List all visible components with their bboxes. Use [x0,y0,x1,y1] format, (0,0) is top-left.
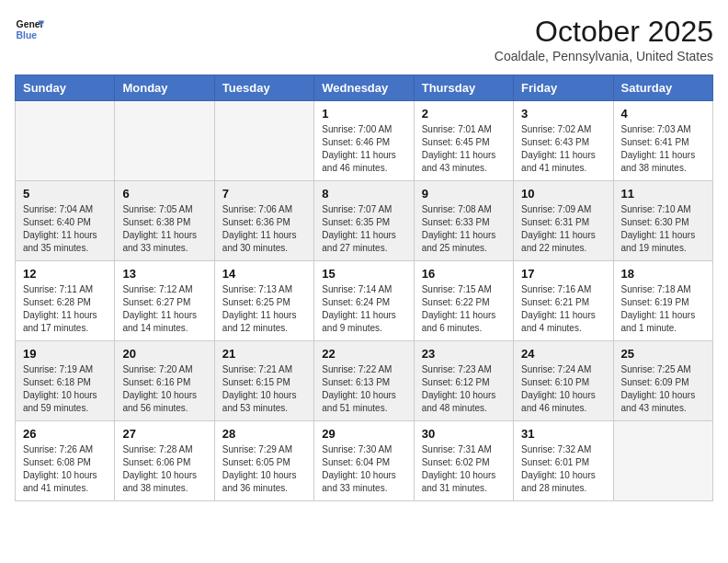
table-row [214,101,313,181]
day-number: 24 [521,347,605,361]
day-number: 19 [23,347,107,361]
day-info: Sunrise: 7:26 AM Sunset: 6:08 PM Dayligh… [23,443,107,495]
page-header: General Blue October 2025 Coaldale, Penn… [15,15,713,63]
day-number: 12 [23,267,107,281]
day-number: 30 [422,427,506,441]
day-number: 7 [222,187,306,201]
day-number: 28 [222,427,306,441]
day-info: Sunrise: 7:08 AM Sunset: 6:33 PM Dayligh… [422,203,506,255]
table-row: 13Sunrise: 7:12 AM Sunset: 6:27 PM Dayli… [115,261,214,341]
day-info: Sunrise: 7:28 AM Sunset: 6:06 PM Dayligh… [122,443,206,495]
table-row: 27Sunrise: 7:28 AM Sunset: 6:06 PM Dayli… [115,421,214,501]
day-info: Sunrise: 7:07 AM Sunset: 6:35 PM Dayligh… [322,203,405,255]
table-row: 1Sunrise: 7:00 AM Sunset: 6:46 PM Daylig… [314,101,414,181]
table-row: 26Sunrise: 7:26 AM Sunset: 6:08 PM Dayli… [16,421,115,501]
day-info: Sunrise: 7:32 AM Sunset: 6:01 PM Dayligh… [521,443,605,495]
table-row: 28Sunrise: 7:29 AM Sunset: 6:05 PM Dayli… [214,421,313,501]
day-number: 1 [322,107,405,121]
day-info: Sunrise: 7:21 AM Sunset: 6:15 PM Dayligh… [222,363,306,415]
col-thursday: Thursday [414,75,513,101]
day-number: 15 [322,267,405,281]
table-row: 23Sunrise: 7:23 AM Sunset: 6:12 PM Dayli… [414,341,513,421]
day-number: 3 [521,107,605,121]
table-row: 20Sunrise: 7:20 AM Sunset: 6:16 PM Dayli… [115,341,214,421]
col-friday: Friday [514,75,613,101]
day-number: 16 [422,267,506,281]
day-info: Sunrise: 7:00 AM Sunset: 6:46 PM Dayligh… [322,123,405,175]
day-number: 11 [621,187,705,201]
day-info: Sunrise: 7:15 AM Sunset: 6:22 PM Dayligh… [422,283,506,335]
day-info: Sunrise: 7:24 AM Sunset: 6:10 PM Dayligh… [521,363,605,415]
table-row: 22Sunrise: 7:22 AM Sunset: 6:13 PM Dayli… [314,341,414,421]
logo-icon: General Blue [15,15,44,44]
title-area: October 2025 Coaldale, Pennsylvania, Uni… [495,15,713,63]
day-number: 23 [422,347,506,361]
table-row: 7Sunrise: 7:06 AM Sunset: 6:36 PM Daylig… [214,181,313,261]
day-number: 29 [322,427,405,441]
day-number: 6 [122,187,206,201]
day-number: 18 [621,267,705,281]
table-row: 11Sunrise: 7:10 AM Sunset: 6:30 PM Dayli… [613,181,712,261]
day-info: Sunrise: 7:09 AM Sunset: 6:31 PM Dayligh… [521,203,605,255]
table-row: 24Sunrise: 7:24 AM Sunset: 6:10 PM Dayli… [514,341,613,421]
day-info: Sunrise: 7:12 AM Sunset: 6:27 PM Dayligh… [122,283,206,335]
table-row: 10Sunrise: 7:09 AM Sunset: 6:31 PM Dayli… [514,181,613,261]
day-info: Sunrise: 7:02 AM Sunset: 6:43 PM Dayligh… [521,123,605,175]
calendar-week-row: 19Sunrise: 7:19 AM Sunset: 6:18 PM Dayli… [16,341,713,421]
location: Coaldale, Pennsylvania, United States [495,49,713,63]
day-number: 4 [621,107,705,121]
day-number: 10 [521,187,605,201]
table-row: 8Sunrise: 7:07 AM Sunset: 6:35 PM Daylig… [314,181,414,261]
day-info: Sunrise: 7:01 AM Sunset: 6:45 PM Dayligh… [422,123,506,175]
day-info: Sunrise: 7:16 AM Sunset: 6:21 PM Dayligh… [521,283,605,335]
calendar-table: Sunday Monday Tuesday Wednesday Thursday… [15,75,713,501]
table-row: 17Sunrise: 7:16 AM Sunset: 6:21 PM Dayli… [514,261,613,341]
table-row: 29Sunrise: 7:30 AM Sunset: 6:04 PM Dayli… [314,421,414,501]
col-tuesday: Tuesday [214,75,313,101]
day-number: 31 [521,427,605,441]
day-info: Sunrise: 7:25 AM Sunset: 6:09 PM Dayligh… [621,363,705,415]
col-wednesday: Wednesday [314,75,414,101]
day-info: Sunrise: 7:30 AM Sunset: 6:04 PM Dayligh… [322,443,405,495]
day-info: Sunrise: 7:31 AM Sunset: 6:02 PM Dayligh… [422,443,506,495]
col-saturday: Saturday [613,75,712,101]
calendar-week-row: 12Sunrise: 7:11 AM Sunset: 6:28 PM Dayli… [16,261,713,341]
table-row: 30Sunrise: 7:31 AM Sunset: 6:02 PM Dayli… [414,421,513,501]
day-info: Sunrise: 7:13 AM Sunset: 6:25 PM Dayligh… [222,283,306,335]
col-sunday: Sunday [16,75,115,101]
table-row: 25Sunrise: 7:25 AM Sunset: 6:09 PM Dayli… [613,341,712,421]
day-number: 22 [322,347,405,361]
table-row: 16Sunrise: 7:15 AM Sunset: 6:22 PM Dayli… [414,261,513,341]
day-number: 25 [621,347,705,361]
day-number: 2 [422,107,506,121]
day-info: Sunrise: 7:14 AM Sunset: 6:24 PM Dayligh… [322,283,405,335]
day-number: 13 [122,267,206,281]
day-number: 8 [322,187,405,201]
day-number: 21 [222,347,306,361]
day-number: 5 [23,187,107,201]
col-monday: Monday [115,75,214,101]
table-row: 3Sunrise: 7:02 AM Sunset: 6:43 PM Daylig… [514,101,613,181]
day-info: Sunrise: 7:04 AM Sunset: 6:40 PM Dayligh… [23,203,107,255]
svg-text:Blue: Blue [17,30,38,40]
day-info: Sunrise: 7:23 AM Sunset: 6:12 PM Dayligh… [422,363,506,415]
table-row: 14Sunrise: 7:13 AM Sunset: 6:25 PM Dayli… [214,261,313,341]
day-info: Sunrise: 7:20 AM Sunset: 6:16 PM Dayligh… [122,363,206,415]
day-info: Sunrise: 7:05 AM Sunset: 6:38 PM Dayligh… [122,203,206,255]
day-number: 9 [422,187,506,201]
day-number: 27 [122,427,206,441]
table-row: 2Sunrise: 7:01 AM Sunset: 6:45 PM Daylig… [414,101,513,181]
logo: General Blue [15,15,44,44]
table-row [115,101,214,181]
day-number: 14 [222,267,306,281]
table-row: 5Sunrise: 7:04 AM Sunset: 6:40 PM Daylig… [16,181,115,261]
day-info: Sunrise: 7:19 AM Sunset: 6:18 PM Dayligh… [23,363,107,415]
table-row: 18Sunrise: 7:18 AM Sunset: 6:19 PM Dayli… [613,261,712,341]
table-row: 15Sunrise: 7:14 AM Sunset: 6:24 PM Dayli… [314,261,414,341]
day-info: Sunrise: 7:11 AM Sunset: 6:28 PM Dayligh… [23,283,107,335]
table-row [613,421,712,501]
day-info: Sunrise: 7:10 AM Sunset: 6:30 PM Dayligh… [621,203,705,255]
table-row: 12Sunrise: 7:11 AM Sunset: 6:28 PM Dayli… [16,261,115,341]
calendar-week-row: 5Sunrise: 7:04 AM Sunset: 6:40 PM Daylig… [16,181,713,261]
month-title: October 2025 [495,15,713,49]
